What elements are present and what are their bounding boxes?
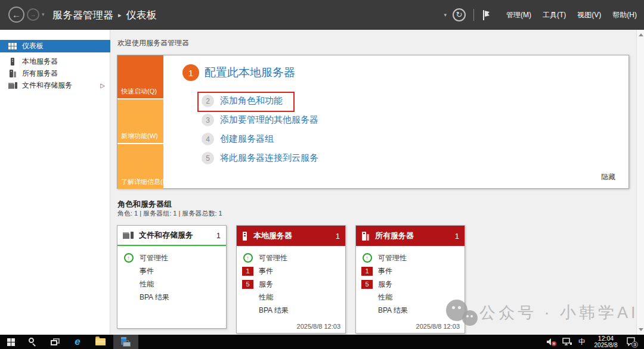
task-view-button[interactable]	[44, 335, 66, 349]
forward-button[interactable]: →	[27, 8, 39, 21]
step-connect-cloud[interactable]: 5 将此服务器连接到云服务	[202, 152, 318, 164]
start-button[interactable]	[0, 335, 21, 349]
server-manager-window: ← → ▾ 服务器管理器 ▸ 仪表板 ▾ ↻ 管理(M) 工	[0, 0, 644, 349]
row-services[interactable]: 5 服务	[356, 278, 465, 291]
card-header[interactable]: 文件和存储服务 1	[117, 226, 226, 246]
vertical-scrollbar[interactable]	[636, 30, 644, 335]
server-manager-taskbar-button[interactable]	[113, 335, 138, 349]
flag-icon	[482, 10, 491, 21]
card-title: 本地服务器	[253, 230, 292, 241]
refresh-dropdown-caret-icon[interactable]: ▾	[444, 12, 447, 18]
row-label: 性能	[259, 292, 273, 303]
file-storage-icon	[123, 231, 134, 239]
action-center-button[interactable]: 3	[623, 335, 640, 349]
status-up-icon: ↑	[124, 253, 134, 263]
taskbar-clock[interactable]: 12:04 2025/8/8	[589, 335, 623, 349]
row-events[interactable]: 事件	[117, 264, 226, 278]
row-events[interactable]: 1 事件	[237, 264, 345, 278]
step-label: 创建服务器组	[220, 133, 274, 145]
row-bpa-results[interactable]: BPA 结果	[237, 304, 345, 317]
card-count: 1	[455, 232, 459, 241]
sidebar-item-label: 文件和存储服务	[22, 80, 72, 91]
row-label: 事件	[378, 266, 392, 276]
card-header[interactable]: 所有服务器 1	[356, 226, 465, 246]
sidebar-item-local-server[interactable]: 本地服务器	[0, 55, 110, 68]
network-icon	[562, 338, 572, 346]
card-last-refresh: 2025/8/8 12:03	[416, 323, 460, 330]
sidebar: 仪表板 本地服务器 所有服务器 文件和存储服务 ▷	[0, 30, 110, 335]
step-number-badge: 5	[202, 152, 214, 164]
row-performance[interactable]: 性能	[356, 291, 465, 304]
speaker-muted-icon	[546, 338, 557, 346]
back-button[interactable]: ←	[8, 7, 24, 23]
nav-history-caret-icon[interactable]: ▾	[42, 11, 45, 17]
card-local-server: 本地服务器 1 ↑ 可管理性 1 事件 5 服务	[236, 225, 346, 334]
clock-time: 12:04	[598, 335, 614, 342]
alert-count-badge: 1	[242, 267, 253, 276]
card-count: 1	[336, 232, 340, 241]
row-manageability[interactable]: ↑ 可管理性	[237, 251, 345, 264]
hide-link[interactable]: 隐藏	[601, 172, 615, 182]
server-manager-icon	[119, 337, 132, 347]
card-header[interactable]: 本地服务器 1	[237, 226, 345, 246]
menu-bar: 管理(M) 工具(T) 视图(V) 帮助(H)	[506, 10, 637, 20]
learn-more-section[interactable]: 了解详细信息(L)	[117, 144, 163, 189]
taskbar-search-button[interactable]	[21, 335, 43, 349]
step-create-server-group[interactable]: 4 创建服务器组	[202, 133, 274, 145]
clock-date: 2025/8/8	[595, 342, 618, 348]
menu-help[interactable]: 帮助(H)	[612, 10, 637, 20]
alert-count-badge: 5	[361, 280, 373, 289]
card-last-refresh: 2025/8/8 12:03	[297, 323, 340, 330]
alert-count-badge: 5	[242, 280, 253, 289]
internet-explorer-button[interactable]: e	[67, 335, 88, 349]
whats-new-section[interactable]: 新增功能(W)	[117, 99, 163, 143]
page-title: 仪表板	[126, 8, 157, 22]
scroll-up-arrow-icon[interactable]	[639, 33, 643, 36]
row-label: 事件	[140, 266, 154, 276]
toolbar-divider	[473, 9, 474, 21]
sidebar-item-all-servers[interactable]: 所有服务器	[0, 67, 110, 80]
refresh-button[interactable]: ↻	[453, 8, 466, 21]
sidebar-item-label: 所有服务器	[22, 68, 58, 79]
back-arrow-icon: ←	[12, 10, 21, 20]
card-file-storage: 文件和存储服务 1 ↑ 可管理性 事件 性能	[117, 225, 227, 329]
ime-indicator[interactable]: 中	[575, 335, 589, 349]
row-performance[interactable]: 性能	[237, 291, 345, 304]
server-icon	[242, 232, 248, 241]
menu-manage[interactable]: 管理(M)	[506, 10, 531, 20]
row-manageability[interactable]: ↑ 可管理性	[117, 251, 226, 264]
file-explorer-button[interactable]	[89, 335, 111, 349]
quick-start-section[interactable]: 快速启动(Q)	[117, 55, 163, 98]
menu-tools[interactable]: 工具(T)	[543, 10, 566, 20]
row-performance[interactable]: 性能	[117, 278, 226, 291]
file-storage-icon	[8, 82, 17, 89]
card-title: 文件和存储服务	[139, 230, 193, 241]
annotation-highlight-box	[197, 92, 295, 112]
notification-count-badge: 3	[631, 341, 638, 348]
step-add-other-servers[interactable]: 3 添加要管理的其他服务器	[202, 114, 318, 126]
row-events[interactable]: 1 事件	[356, 264, 465, 278]
row-label: BPA 结果	[259, 306, 289, 316]
internet-explorer-icon: e	[75, 336, 80, 348]
expand-arrow-icon[interactable]: ▷	[100, 82, 105, 89]
whats-new-label: 新增功能(W)	[121, 132, 158, 141]
network-button[interactable]	[559, 335, 575, 349]
row-manageability[interactable]: ↑ 可管理性	[356, 251, 465, 264]
titlebar-controls: ▾ ↻ 管理(M) 工具(T) 视图(V) 帮助(H)	[444, 0, 637, 30]
row-label: 性能	[140, 279, 154, 289]
search-icon	[28, 338, 36, 346]
windows-logo-icon	[7, 338, 15, 346]
notifications-flag-button[interactable]	[482, 10, 491, 21]
menu-view[interactable]: 视图(V)	[577, 10, 601, 20]
row-label: 服务	[259, 279, 273, 289]
step-label: 添加要管理的其他服务器	[220, 114, 318, 126]
sidebar-item-file-storage[interactable]: 文件和存储服务 ▷	[0, 79, 110, 92]
row-services[interactable]: 5 服务	[237, 278, 345, 291]
volume-button[interactable]	[544, 335, 559, 349]
scroll-down-arrow-icon[interactable]	[639, 328, 643, 331]
row-bpa-results[interactable]: BPA 结果	[356, 304, 465, 317]
row-bpa-results[interactable]: BPA 结果	[117, 291, 226, 304]
step-number-badge: 4	[202, 133, 214, 145]
sidebar-item-dashboard[interactable]: 仪表板	[0, 40, 110, 52]
step-configure-local-server[interactable]: 1 配置此本地服务器	[182, 64, 295, 81]
